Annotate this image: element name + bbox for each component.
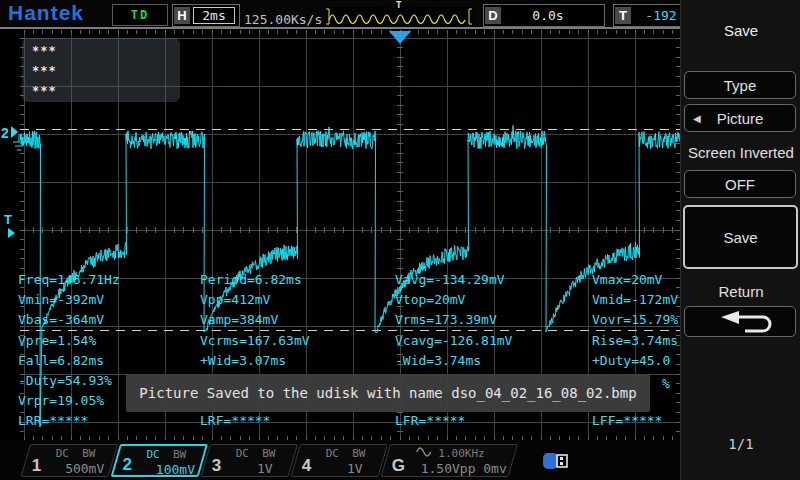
- page-indicator: 1/1: [681, 436, 800, 452]
- coupling-label: DC: [56, 447, 69, 460]
- channel-tab-content: 3DC BW1V: [211, 445, 297, 476]
- sidebar-item-return-arrow[interactable]: [684, 306, 796, 337]
- channel-number: 3: [212, 456, 221, 476]
- coupling-bandwidth-label: DC BW: [146, 448, 186, 461]
- bandwidth-label: BW: [262, 447, 275, 460]
- timebase-key-icon: H: [174, 7, 190, 24]
- menu-title: Save: [681, 22, 800, 39]
- coupling-label: DC: [326, 447, 339, 460]
- channel-tab-content: G 1.00KHz1.50Vpp 0mv: [391, 445, 517, 476]
- sidebar-item-label: Type: [724, 77, 757, 94]
- channel-tab-content: 2DC BW100mV: [121, 446, 205, 475]
- coupling-bandwidth-label: DC BW: [326, 447, 366, 460]
- sidebar-item-return: Return: [681, 281, 800, 301]
- sidebar-item-off[interactable]: OFF: [684, 170, 796, 198]
- delay-key-icon: D: [485, 7, 501, 24]
- channel-number: G: [392, 456, 405, 476]
- return-arrow-icon: [705, 310, 775, 334]
- sine-wave-icon: [416, 447, 432, 457]
- channel-tab-content: 4DC BW1V: [301, 445, 387, 476]
- sidebar-item-label: Picture: [717, 110, 764, 127]
- svg-text:2: 2: [1, 125, 9, 141]
- timebase-group: H 2ms: [172, 4, 240, 27]
- usb-drive-icon: [542, 450, 570, 472]
- delay-group: D 0.0s: [483, 4, 605, 27]
- coupling-label: DC: [236, 447, 249, 460]
- sidebar-item-picture[interactable]: ◀Picture: [684, 104, 796, 132]
- sidebar-item-save[interactable]: Save: [683, 205, 798, 269]
- brand-logo: Hantek: [8, 1, 84, 25]
- annotation-box: *********: [22, 38, 180, 102]
- generator-freq: 1.00KHz: [416, 447, 485, 460]
- trigger-position-marker-icon: [389, 31, 411, 44]
- channel-scale: 500mV: [56, 461, 114, 476]
- strip-trigger-t-label: T: [396, 0, 401, 10]
- generator-frequency: 1.00KHz: [438, 447, 484, 460]
- menu-sidebar: Save 1/1 Type◀PictureScreen InvertedOFFS…: [680, 0, 800, 480]
- annotation-row: ***: [32, 41, 180, 61]
- sidebar-item-label: OFF: [725, 176, 755, 193]
- acquisition-mode-badge: TD: [112, 4, 168, 26]
- channel-tab-channel-4[interactable]: 4DC BW1V: [291, 444, 388, 477]
- save-message-toast: Picture Saved to the udisk with name dso…: [126, 374, 650, 412]
- channel-tab-channel-2[interactable]: 2DC BW100mV: [111, 444, 208, 477]
- bandwidth-label: BW: [352, 447, 365, 460]
- channel-scale: 1V: [326, 461, 384, 476]
- sidebar-item-label: Screen Inverted: [688, 144, 794, 161]
- coupling-bandwidth-label: DC BW: [236, 447, 276, 460]
- generator-amplitude-offset: 1.50Vpp 0mv: [416, 461, 512, 476]
- annotation-row: ***: [32, 81, 180, 101]
- channel-scale: 100mV: [146, 462, 204, 477]
- channel-tab-channel-1[interactable]: 1DC BW500mV: [21, 444, 118, 477]
- channel-number: 1: [32, 456, 41, 476]
- sidebar-item-label: Save: [723, 229, 757, 246]
- sidebar-item-type[interactable]: Type: [684, 71, 796, 99]
- delay-value: 0.0s: [502, 8, 594, 23]
- channel-tab-channel-3[interactable]: 3DC BW1V: [201, 444, 298, 477]
- svg-text:T: T: [4, 212, 12, 227]
- channel-number: 4: [302, 456, 311, 476]
- bandwidth-label: BW: [82, 447, 95, 460]
- timebase-value: 2ms: [193, 7, 235, 24]
- trigger-key-icon: T: [615, 7, 631, 24]
- channel-number: 2: [122, 455, 131, 475]
- left-arrow-icon: ◀: [693, 113, 701, 124]
- channel-scale: 1V: [236, 461, 294, 476]
- channel-tab-content: 1DC BW500mV: [31, 445, 117, 476]
- coupling-bandwidth-label: DC BW: [56, 447, 96, 460]
- sample-rate: 125.00Ks/s: [244, 12, 322, 27]
- annotation-row: ***: [32, 61, 180, 81]
- channel-tab-generator[interactable]: G 1.00KHz1.50Vpp 0mv: [381, 444, 518, 477]
- coupling-label: DC: [146, 448, 159, 461]
- bandwidth-label: BW: [173, 448, 186, 461]
- sidebar-item-label: Return: [718, 283, 763, 300]
- top-bar-divider: [0, 27, 680, 29]
- sidebar-item-screen-inverted: Screen Inverted: [681, 142, 800, 162]
- oscilloscope-screen: Hantek TD H 2ms 125.00Ks/s T D 0.0s T -1…: [0, 0, 800, 480]
